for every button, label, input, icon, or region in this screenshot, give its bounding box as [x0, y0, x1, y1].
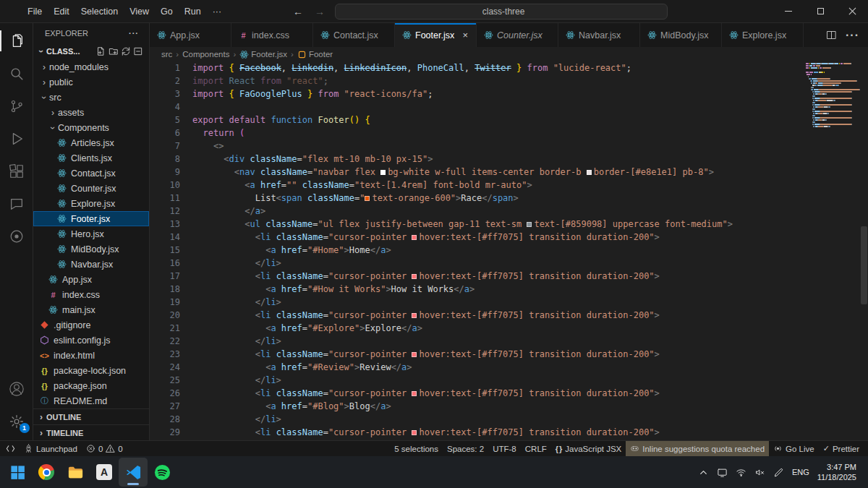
workspace-section[interactable]: › CLASS...: [33, 43, 149, 59]
activity-run-and-debug[interactable]: [0, 122, 33, 155]
tree-item-hero-jsx[interactable]: Hero.jsx: [33, 226, 149, 241]
tab-footer-jsx[interactable]: Footer.jsx×: [395, 23, 477, 47]
tree-item-app-jsx[interactable]: App.jsx: [33, 272, 149, 287]
tree-item-public[interactable]: ›public: [33, 74, 149, 90]
breadcrumb-src[interactable]: src: [161, 50, 172, 59]
tree-item-navbar-jsx[interactable]: Navbar.jsx: [33, 257, 149, 272]
status-indentation[interactable]: Spaces: 2: [443, 441, 488, 456]
status-language-mode[interactable]: { }JavaScript JSX: [551, 441, 626, 456]
activity-search[interactable]: [0, 57, 33, 90]
tab-index-css[interactable]: #index.css: [231, 23, 313, 47]
tab-navbar-jsx[interactable]: Navbar.jsx: [558, 23, 640, 47]
breadcrumb-footer-jsx[interactable]: Footer.jsx: [239, 49, 287, 60]
tab-explore-jsx[interactable]: Explore.jsx: [722, 23, 804, 47]
tab-app-jsx[interactable]: App.jsx: [150, 23, 231, 47]
taskbar-file-explorer[interactable]: [61, 458, 90, 487]
tab-counter-jsx[interactable]: Counter.jsx: [477, 23, 558, 47]
new-file-icon[interactable]: [96, 46, 106, 56]
collapse-all-icon[interactable]: [133, 46, 143, 56]
section-outline[interactable]: ›OUTLINE: [33, 408, 149, 424]
tree-item-readme-md[interactable]: ⓘREADME.md: [33, 393, 149, 408]
activity-explorer[interactable]: [0, 25, 33, 57]
minimize-button[interactable]: [773, 0, 804, 22]
tree-item-explore-jsx[interactable]: Explore.jsx: [33, 196, 149, 211]
taskbar-chrome[interactable]: [32, 458, 61, 487]
toggle-panel-icon[interactable]: [757, 9, 761, 14]
tree-item-eslint-config-js[interactable]: eslint.config.js: [33, 333, 149, 348]
status-launchpad[interactable]: Launchpad: [20, 441, 82, 456]
taskbar-vscode[interactable]: [119, 458, 148, 487]
tree-item-articles-jsx[interactable]: Articles.jsx: [33, 135, 149, 150]
activity-source-control[interactable]: [0, 90, 33, 122]
menu-edit[interactable]: Edit: [48, 0, 75, 22]
breadcrumb-footer[interactable]: Footer: [297, 49, 333, 60]
status-selections[interactable]: 5 selections: [390, 441, 443, 456]
menu-file[interactable]: File: [22, 0, 48, 22]
status-prettier[interactable]: ✓Prettier: [819, 441, 864, 456]
pen-icon[interactable]: [773, 467, 784, 478]
language-indicator[interactable]: ENG: [792, 468, 809, 476]
tree-item-components[interactable]: ›Components: [33, 120, 149, 135]
activity-settings[interactable]: 1: [0, 405, 33, 437]
activity-accounts[interactable]: [0, 372, 33, 405]
chevron-up-icon[interactable]: [698, 467, 709, 478]
taskbar-start[interactable]: [3, 458, 32, 487]
status-remote-window[interactable]: [1, 441, 20, 456]
status-encoding[interactable]: UTF-8: [488, 441, 521, 456]
more-icon[interactable]: ···: [846, 29, 859, 42]
tree-item-package-lock-json[interactable]: {}package-lock.json: [33, 363, 149, 378]
minimap[interactable]: [806, 63, 858, 128]
tab-midbody-jsx[interactable]: MidBody.jsx: [640, 23, 722, 47]
activity-copilot-chat[interactable]: [0, 187, 33, 220]
status-copilot-status[interactable]: Inline suggestions quota reached: [626, 441, 769, 456]
section-timeline[interactable]: ›TIMELINE: [33, 424, 149, 440]
tree-item-clients-jsx[interactable]: Clients.jsx: [33, 150, 149, 166]
code-editor[interactable]: 1import { Facebook, Linkedin, LinkedinIc…: [150, 61, 868, 440]
menu-selection[interactable]: Selection: [75, 0, 124, 22]
toggle-secondary-sidebar-icon[interactable]: [764, 9, 768, 14]
activity-extensions[interactable]: [0, 155, 33, 187]
refresh-icon[interactable]: [121, 46, 131, 56]
tree-item-src[interactable]: ›src: [33, 90, 149, 105]
menu-view[interactable]: View: [124, 0, 155, 22]
tree-item-index-html[interactable]: <>index.html: [33, 348, 149, 363]
new-folder-icon[interactable]: [109, 46, 119, 56]
tree-item-main-jsx[interactable]: main.jsx: [33, 302, 149, 317]
tab-contact-jsx[interactable]: Contact.jsx: [313, 23, 395, 47]
menu-item[interactable]: ···: [207, 0, 228, 22]
command-center-search[interactable]: class-three: [335, 4, 668, 20]
taskbar-app-a[interactable]: A: [90, 458, 119, 487]
tree-item-index-css[interactable]: #index.css: [33, 287, 149, 302]
toggle-sidebar-icon[interactable]: [749, 9, 754, 14]
tree-item-assets[interactable]: ›assets: [33, 105, 149, 120]
clock[interactable]: 3:47 PM 11/18/2025: [817, 462, 856, 483]
close-icon[interactable]: ×: [461, 29, 469, 41]
menu-run[interactable]: Run: [179, 0, 207, 22]
status-eol[interactable]: CRLF: [521, 441, 551, 456]
tree-item-counter-jsx[interactable]: Counter.jsx: [33, 181, 149, 196]
tree-item-contact-jsx[interactable]: Contact.jsx: [33, 166, 149, 181]
volume-muted-icon[interactable]: [754, 467, 765, 478]
display-icon[interactable]: [717, 467, 728, 478]
tree-item-gitignore[interactable]: .gitignore: [33, 317, 149, 333]
back-button[interactable]: ←: [287, 6, 309, 17]
tree-item-midbody-jsx[interactable]: MidBody.jsx: [33, 241, 149, 257]
editor-scrollbar[interactable]: [861, 226, 867, 304]
activity-live-share[interactable]: [0, 220, 33, 252]
close-button[interactable]: [836, 0, 868, 22]
wifi-icon[interactable]: [736, 467, 746, 478]
menu-go[interactable]: Go: [155, 0, 179, 22]
breadcrumb-components[interactable]: Components: [182, 50, 229, 59]
split-editor-icon[interactable]: [826, 30, 837, 40]
status-go-live[interactable]: Go Live: [769, 441, 819, 456]
customize-layout-icon[interactable]: [742, 9, 746, 14]
maximize-button[interactable]: [804, 0, 836, 22]
taskbar-spotify[interactable]: [148, 458, 176, 487]
sidebar-more-actions[interactable]: ···: [129, 29, 139, 38]
status-problems[interactable]: 00: [82, 441, 127, 456]
line-content: <li className="cursor-pointer hover:text…: [192, 309, 660, 322]
tree-item-node-modules[interactable]: ›node_modules: [33, 59, 149, 74]
tree-item-footer-jsx[interactable]: Footer.jsx: [33, 211, 149, 226]
tree-item-package-json[interactable]: {}package.json: [33, 378, 149, 393]
forward-button[interactable]: →: [309, 6, 331, 17]
